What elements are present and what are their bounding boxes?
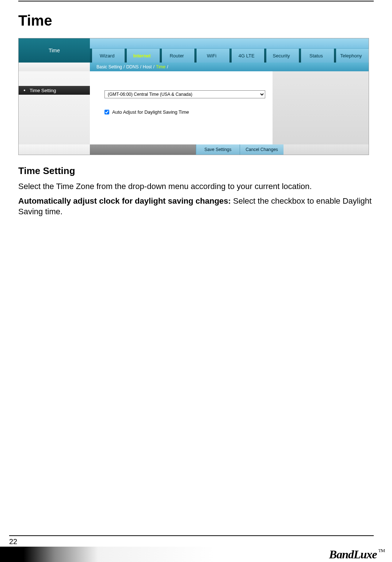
page-title: Time — [18, 12, 374, 29]
content-panel: (GMT-06:00) Central Time (USA & Canada) … — [90, 71, 273, 144]
tab-router[interactable]: Router — [160, 49, 194, 63]
main-tabs: Wizard Internet Router WiFi 4G LTE Secur… — [90, 49, 369, 63]
cancel-changes-button[interactable]: Cancel Changes — [240, 144, 283, 155]
breadcrumb-time[interactable]: Time — [156, 64, 165, 69]
breadcrumb-sep: / — [153, 64, 154, 69]
breadcrumb-sep: / — [123, 64, 125, 69]
tab-wizard[interactable]: Wizard — [90, 49, 125, 63]
top-rule — [18, 1, 374, 1]
right-panel — [273, 71, 369, 144]
breadcrumb: Basic Setting/ DDNS/ Host/ Time/ — [90, 63, 369, 71]
brand-text: BandLuxe — [329, 548, 377, 561]
tab-status[interactable]: Status — [299, 49, 334, 63]
dst-checkbox[interactable] — [104, 110, 109, 114]
page-number: 22 — [9, 538, 392, 546]
breadcrumb-ddns[interactable]: DDNS — [126, 64, 138, 69]
breadcrumb-basic-setting[interactable]: Basic Setting — [96, 64, 122, 69]
trademark-icon: TM — [378, 548, 385, 553]
sidebar-item-label: Time Setting — [30, 88, 56, 93]
paragraph-2: Automatically adjust clock for daylight … — [18, 196, 374, 217]
sidebar-bottom — [19, 144, 90, 155]
sidebar-spacer — [19, 63, 90, 71]
section-title: Time Setting — [18, 165, 374, 177]
buttonbar-spacer — [90, 144, 196, 155]
sidebar-title: Time — [19, 38, 90, 63]
tab-wifi[interactable]: WiFi — [194, 49, 229, 63]
brand-logo: BandLuxeTM — [329, 548, 385, 561]
footer-rule — [9, 535, 374, 536]
tab-4glte[interactable]: 4G LTE — [229, 49, 264, 63]
breadcrumb-sep: / — [140, 64, 141, 69]
tab-telephony[interactable]: Telephony — [334, 49, 369, 63]
paragraph-1: Select the Time Zone from the drop-down … — [18, 181, 374, 192]
right-bottom — [283, 144, 369, 155]
save-settings-button[interactable]: Save Settings — [196, 144, 240, 155]
router-ui-screenshot: Time Wizard Internet Router WiFi 4G LTE … — [18, 38, 369, 155]
breadcrumb-sep: / — [167, 64, 168, 69]
sidebar-item-time-setting[interactable]: Time Setting — [19, 86, 90, 95]
paragraph-2-bold: Automatically adjust clock for daylight … — [18, 196, 231, 205]
tab-security[interactable]: Security — [264, 49, 299, 63]
footer: 22 BandLuxeTM — [0, 535, 392, 562]
footer-bar: BandLuxeTM — [0, 547, 392, 562]
dst-checkbox-label: Auto Adjust for Daylight Saving Time — [112, 109, 189, 115]
sidebar: Time Setting — [19, 71, 90, 144]
timezone-select[interactable]: (GMT-06:00) Central Time (USA & Canada) — [104, 90, 265, 98]
breadcrumb-host[interactable]: Host — [143, 64, 152, 69]
tab-internet[interactable]: Internet — [125, 49, 159, 63]
